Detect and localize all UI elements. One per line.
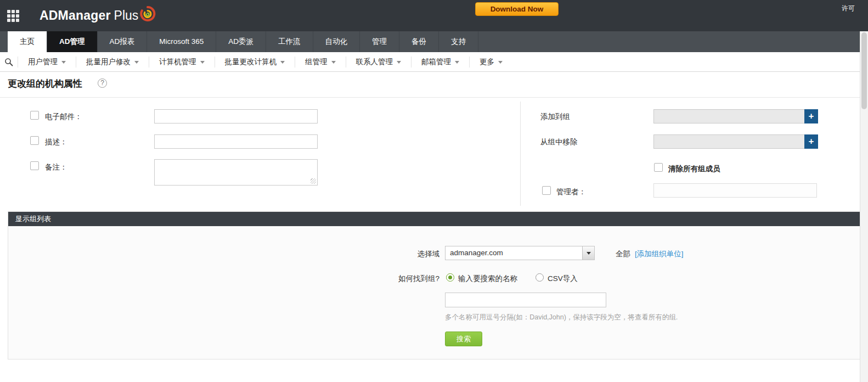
menu-item-label: 批量更改计算机	[225, 57, 277, 67]
tab-backup[interactable]: 备份	[399, 31, 439, 52]
select-dropdown-icon[interactable]	[582, 246, 594, 260]
csv-import-label: CSV导入	[548, 274, 578, 284]
menu-item-label: 批量用户修改	[86, 57, 131, 67]
tab-ad-management[interactable]: AD管理	[47, 31, 98, 52]
search-by-name-radio[interactable]	[446, 273, 454, 282]
tab-microsoft-365[interactable]: Microsoft 365	[147, 31, 216, 52]
search-button[interactable]: 搜索	[445, 332, 482, 346]
chevron-down-icon	[498, 61, 503, 64]
notes-textarea[interactable]	[154, 159, 318, 186]
chevron-down-icon	[280, 61, 285, 64]
group-list-section: 显示组列表 选择域 admanager.com 全部 [添加组织单位] 如何找到…	[8, 211, 860, 359]
scrollbar-thumb[interactable]	[861, 32, 867, 109]
logo-text-light: Plus	[114, 8, 139, 23]
manager-checkbox[interactable]	[542, 186, 551, 195]
app-logo: ADManager Plus	[40, 8, 156, 23]
find-group-label: 如何找到组?	[368, 274, 439, 284]
page-title: 更改组的机构属性	[8, 77, 82, 90]
add-to-group-label: 添加到组	[540, 112, 570, 122]
menu-item-label: 更多	[480, 57, 494, 67]
chevron-down-icon	[397, 61, 401, 64]
email-input[interactable]	[154, 109, 318, 123]
description-input[interactable]	[154, 134, 318, 149]
notes-checkbox[interactable]	[30, 161, 39, 170]
vertical-scrollbar[interactable]	[860, 31, 868, 382]
tab-ad-delegation[interactable]: AD委派	[216, 31, 266, 52]
primary-tabbar: 主页 AD管理 AD报表 Microsoft 365 AD委派 工作流 自动化 …	[0, 31, 860, 52]
search-by-name-label: 输入要搜索的名称	[458, 274, 517, 284]
menu-more[interactable]: 更多	[469, 57, 512, 68]
email-checkbox[interactable]	[30, 111, 39, 120]
tab-home[interactable]: 主页	[8, 31, 47, 52]
chevron-down-icon	[61, 61, 66, 64]
tab-workflow[interactable]: 工作流	[266, 31, 313, 52]
all-label: 全部	[616, 249, 630, 259]
menu-mailbox-management[interactable]: 邮箱管理	[411, 57, 469, 68]
secondary-menubar: 用户管理 批量用户修改 计算机管理 批量更改计算机 组管理 联系人管理 邮箱管理…	[0, 52, 860, 72]
logo-swoosh-icon	[139, 5, 156, 22]
clear-members-label: 清除所有组成员	[668, 164, 720, 174]
tab-support[interactable]: 支持	[439, 31, 478, 52]
menu-computer-management[interactable]: 计算机管理	[149, 57, 215, 68]
license-link[interactable]: 许可	[842, 4, 855, 13]
menu-group-management[interactable]: 组管理	[295, 57, 346, 68]
remove-from-group-plus-button[interactable]: +	[804, 134, 818, 149]
manager-input[interactable]	[653, 183, 817, 198]
search-icon[interactable]	[0, 58, 18, 66]
remove-from-group-input[interactable]	[653, 134, 805, 149]
menu-bulk-computer-modification[interactable]: 批量更改计算机	[215, 57, 295, 68]
menu-item-label: 用户管理	[28, 57, 58, 67]
download-now-button[interactable]: Download Now	[475, 2, 559, 16]
menu-item-label: 邮箱管理	[421, 57, 451, 67]
menu-item-label: 计算机管理	[159, 57, 196, 67]
add-to-group-plus-button[interactable]: +	[804, 109, 818, 123]
chevron-down-icon	[331, 61, 336, 64]
logo-text-bold: ADManager	[40, 8, 111, 23]
menu-user-management[interactable]: 用户管理	[18, 57, 76, 68]
notes-label: 备注：	[45, 162, 67, 172]
chevron-down-icon	[455, 61, 459, 64]
tab-admin[interactable]: 管理	[360, 31, 399, 52]
apps-grid-icon[interactable]	[7, 10, 19, 22]
menu-item-label: 联系人管理	[356, 57, 393, 67]
group-name-search-input[interactable]	[445, 293, 606, 307]
manager-label: 管理者：	[556, 187, 586, 197]
menu-item-label: 组管理	[305, 57, 328, 67]
remove-from-group-label: 从组中移除	[540, 137, 578, 147]
chevron-down-icon	[134, 61, 139, 64]
description-checkbox[interactable]	[30, 136, 39, 145]
domain-select-value: admanager.com	[450, 246, 503, 260]
menu-contact-management[interactable]: 联系人管理	[346, 57, 412, 68]
add-to-group-input[interactable]	[653, 109, 805, 123]
title-divider	[0, 97, 860, 98]
chevron-down-icon	[200, 61, 205, 64]
search-hint-text: 多个名称可用逗号分隔(如：David,John)，保持该字段为空，将查看所有的组…	[445, 313, 678, 322]
app-header: ADManager Plus Download Now 许可	[0, 0, 868, 31]
email-label: 电子邮件：	[45, 112, 82, 122]
tab-automation[interactable]: 自动化	[313, 31, 360, 52]
menu-bulk-user-modification[interactable]: 批量用户修改	[76, 57, 149, 68]
domain-select[interactable]: admanager.com	[445, 246, 595, 260]
csv-import-radio[interactable]	[536, 273, 544, 282]
description-label: 描述：	[45, 137, 67, 147]
help-icon[interactable]: ?	[98, 78, 107, 88]
add-ou-link[interactable]: [添加组织单位]	[635, 249, 684, 259]
notes-textarea-wrap	[154, 159, 318, 186]
clear-members-checkbox[interactable]	[654, 163, 663, 172]
domain-label: 选择域	[390, 249, 439, 259]
tab-ad-reports[interactable]: AD报表	[98, 31, 148, 52]
group-list-header: 显示组列表	[8, 212, 860, 226]
form-column-divider	[520, 102, 521, 206]
